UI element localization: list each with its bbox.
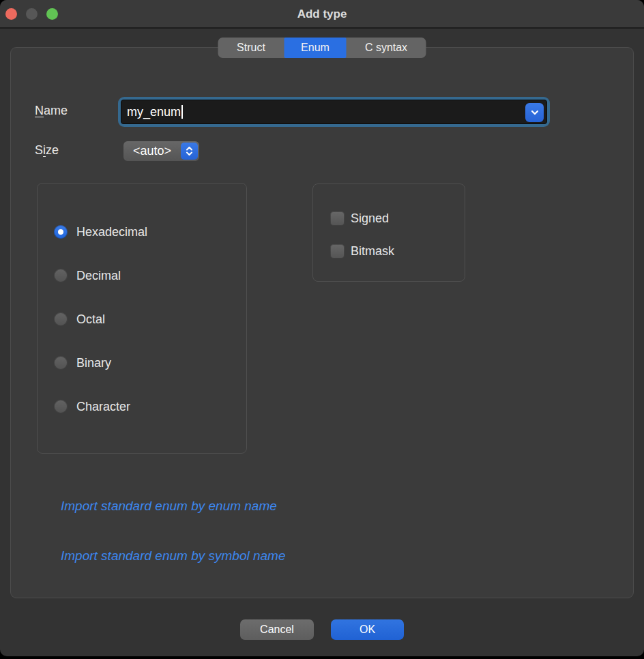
ok-button[interactable]: OK: [331, 619, 404, 640]
radio-label: Octal: [76, 312, 105, 327]
radio-label: Binary: [76, 356, 111, 370]
enum-tab-panel: Name my_enum Size <auto>: [10, 47, 634, 598]
radio-label: Character: [76, 400, 130, 414]
size-popup-button[interactable]: <auto>: [123, 141, 199, 161]
minimize-button[interactable]: [26, 8, 38, 20]
window-title: Add type: [0, 0, 644, 29]
name-field-focus-ring: my_enum: [118, 97, 550, 127]
tab-struct[interactable]: Struct: [218, 38, 284, 58]
size-label-pre: S: [35, 143, 43, 157]
name-input-value: my_enum: [127, 105, 181, 119]
radio-icon[interactable]: [54, 400, 68, 413]
chevron-down-icon: [531, 110, 539, 115]
name-label-rest: ame: [44, 104, 68, 117]
tab-c-syntax[interactable]: C syntax: [347, 38, 426, 58]
flags-groupbox: Signed Bitmask: [312, 184, 465, 282]
checkbox-label: Bitmask: [351, 244, 394, 259]
radio-icon[interactable]: [54, 269, 68, 282]
display-format-groupbox: Hexadecimal Decimal Octal Binary Charact…: [37, 183, 247, 454]
size-label: Size: [35, 143, 59, 158]
text-caret: [181, 105, 183, 119]
titlebar: Add type: [0, 0, 644, 29]
radio-label: Decimal: [76, 269, 121, 283]
import-by-enum-name-link[interactable]: Import standard enum by enum name: [61, 499, 277, 514]
add-type-dialog: Add type Struct Enum C syntax Name my_en…: [0, 0, 644, 656]
checkbox-icon[interactable]: [330, 244, 345, 259]
dialog-button-row: Cancel OK: [0, 619, 644, 640]
size-value: <auto>: [123, 141, 181, 161]
radio-icon[interactable]: [54, 312, 68, 326]
tab-enum[interactable]: Enum: [284, 38, 347, 58]
zoom-button[interactable]: [46, 8, 58, 20]
checkbox-option-bitmask[interactable]: Bitmask: [330, 243, 394, 259]
radio-icon[interactable]: [54, 225, 68, 239]
cancel-button[interactable]: Cancel: [240, 619, 314, 640]
radio-icon[interactable]: [54, 356, 68, 370]
name-label-mnemonic: N: [35, 104, 44, 117]
radio-option-character[interactable]: Character: [54, 398, 130, 415]
radio-option-hexadecimal[interactable]: Hexadecimal: [54, 224, 147, 240]
import-by-symbol-name-link[interactable]: Import standard enum by symbol name: [61, 548, 286, 563]
radio-label: Hexadecimal: [76, 225, 147, 239]
name-label: Name: [35, 104, 68, 118]
size-stepper-button[interactable]: [181, 143, 198, 160]
checkbox-icon[interactable]: [330, 211, 345, 226]
type-tabbar: Struct Enum C syntax: [218, 38, 426, 58]
size-label-rest: ze: [46, 143, 59, 157]
chevron-up-down-icon: [185, 146, 194, 156]
radio-option-decimal[interactable]: Decimal: [54, 267, 121, 284]
name-combo-dropdown-button[interactable]: [525, 103, 544, 122]
name-input[interactable]: my_enum: [121, 100, 547, 124]
checkbox-option-signed[interactable]: Signed: [330, 210, 389, 226]
close-button[interactable]: [5, 8, 17, 20]
checkbox-label: Signed: [351, 211, 389, 226]
radio-option-octal[interactable]: Octal: [54, 311, 105, 327]
radio-option-binary[interactable]: Binary: [54, 355, 111, 371]
